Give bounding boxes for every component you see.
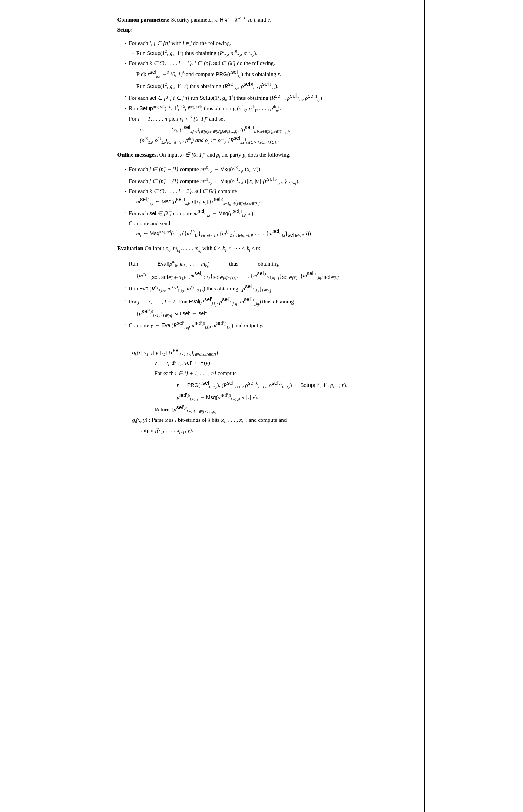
online-step-5: - Compute and send mi ← Msgmsg-sel(ρthi,… xyxy=(125,219,406,239)
setup-step-1a-content: Run Setup(12, g2, 1λ) thus obtaining (Rj… xyxy=(136,49,406,58)
setup-step-1-content: For each i, j ∈ [n] with i ≠ j do the fo… xyxy=(129,39,406,47)
online-title: Online messages. On input xi ∈ {0, 1}λ a… xyxy=(117,150,406,160)
separator xyxy=(117,339,406,339)
main-page: Common parameters: Security parameter λ,… xyxy=(99,0,425,812)
setup-step-2b: - Run Setup(12, gk, 1λ; r) thus obtainin… xyxy=(132,80,406,91)
setup-step-4-content: Run Setupmsg-sel(1n, 1l, 1λ, fmsg-sel) t… xyxy=(129,104,406,113)
setup-step-2b-content: Run Setup(12, gk, 1λ; r) thus obtaining … xyxy=(136,80,406,91)
evaluation-steps: - Run Eval(ρth0, mk1, . . . , mkl) thus … xyxy=(117,259,406,331)
online-step-2: - For each j ∈ [n] − {i} compute mj,12,i… xyxy=(125,175,406,186)
online-step-3: - For each k ∈ {3, . . . , l − 2}, sel ∈… xyxy=(125,187,406,206)
common-params-label: Common parameters: xyxy=(117,17,170,23)
dash-4: - xyxy=(125,104,127,113)
setup-step-5-content: For i ← 1, . . . , n pick vi ←$ {0, 1}λ … xyxy=(129,114,406,145)
online-section: Online messages. On input xi ∈ {0, 1}λ a… xyxy=(117,150,406,160)
dash-2: - xyxy=(125,59,127,68)
setup-step-2: - For each k ∈ {3, . . . , l − 1}, i ∈ [… xyxy=(125,59,406,68)
dash-2a: - xyxy=(132,68,134,79)
dash-5: - xyxy=(125,114,127,145)
eval-step-2: - Run Eval(Rk12,k2, mk1,01,k2, mk1,12,k2… xyxy=(125,283,406,295)
setup-step-5: - For i ← 1, . . . , n pick vi ←$ {0, 1}… xyxy=(125,114,406,145)
setup-step-2a-content: Pick rselk,i ←$ {0, 1}λ and compute PRG(… xyxy=(136,68,406,79)
online-step-4: - For each sel ∈ [λ′] compute msel,1l,i … xyxy=(125,207,406,218)
setup-step-3-content: For each sel ∈ [λ′] i ∈ [n] run Setup(12… xyxy=(129,92,406,103)
dash-1: - xyxy=(125,39,127,47)
setup-label: Setup: xyxy=(117,26,406,34)
online-steps: - For each j ∈ [n] − {i} compute mi,01,j… xyxy=(117,165,406,239)
eval-step-4: - Compute y ← Eval(Rsel′l,kl, μsel′,0l,k… xyxy=(125,319,406,331)
formula-section: gk(x||v1, j||y||v2||{rselk+1,i>j}j∈[n],s… xyxy=(117,346,406,435)
dash-3: - xyxy=(125,92,127,103)
dash-1a: - xyxy=(132,49,134,58)
gk-formula: gk(x||v1, j||y||v2||{rselk+1,i>j}j∈[n],s… xyxy=(132,346,406,435)
setup-section: - For each i, j ∈ [n] with i ≠ j do the … xyxy=(117,39,406,145)
evaluation-section: Evaluation On input ρ0, mk1, . . . , mkl… xyxy=(117,244,406,254)
setup-step-4: - Run Setupmsg-sel(1n, 1l, 1λ, fmsg-sel)… xyxy=(125,104,406,113)
evaluation-title: Evaluation On input ρ0, mk1, . . . , mkl… xyxy=(117,244,406,254)
common-params-line: Common parameters: Security parameter λ,… xyxy=(117,15,406,24)
eval-step-3: - For j ← 3, . . . , l − 1: Run Eval(Rse… xyxy=(125,296,406,318)
setup-step-2-content: For each k ∈ {3, . . . , l − 1}, i ∈ [n]… xyxy=(129,59,406,68)
dash-2b: - xyxy=(132,80,134,91)
eval-step-1: - Run Eval(ρth0, mk1, . . . , mkl) thus … xyxy=(125,259,406,282)
common-params-section: Common parameters: Security parameter λ,… xyxy=(117,15,406,34)
setup-step-1: - For each i, j ∈ [n] with i ≠ j do the … xyxy=(125,39,406,47)
setup-step-2a: - Pick rselk,i ←$ {0, 1}λ and compute PR… xyxy=(132,68,406,79)
setup-step-1a: - Run Setup(12, g2, 1λ) thus obtaining (… xyxy=(132,49,406,58)
setup-step-3: - For each sel ∈ [λ′] i ∈ [n] run Setup(… xyxy=(125,92,406,103)
online-step-1: - For each j ∈ [n] − {i} compute mi,01,j… xyxy=(125,165,406,174)
